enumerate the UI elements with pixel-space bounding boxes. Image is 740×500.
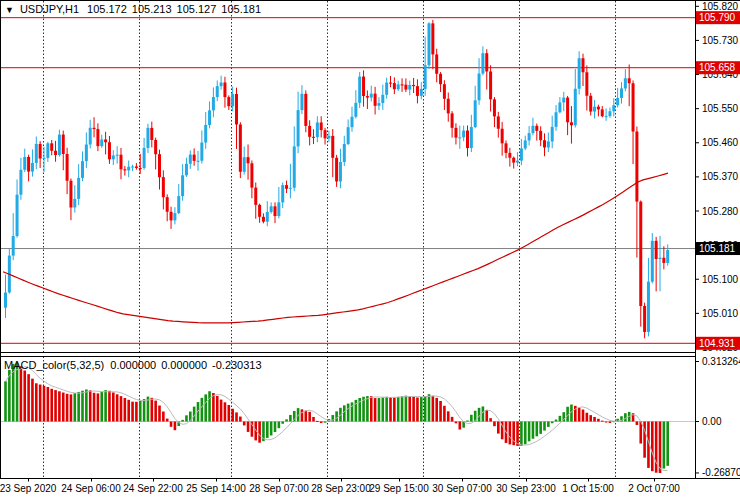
macd-bar xyxy=(89,390,92,421)
macd-bar xyxy=(324,422,327,423)
candle-body xyxy=(454,128,457,138)
macd-bar xyxy=(509,422,512,445)
macd-bar xyxy=(636,422,639,425)
macd-bar xyxy=(100,392,103,421)
candle-body xyxy=(235,94,238,124)
candle-body xyxy=(193,155,196,161)
candle-body xyxy=(520,148,523,160)
candle-body xyxy=(181,175,184,196)
macd-bar xyxy=(81,391,84,422)
candle-body xyxy=(135,166,138,167)
macd-bar xyxy=(378,398,381,421)
candle-body xyxy=(574,89,577,125)
macd-bar xyxy=(532,422,535,439)
macd-bar xyxy=(266,422,269,438)
macd-bar xyxy=(582,410,585,422)
macd-bar xyxy=(589,415,592,421)
candle-body xyxy=(123,169,126,170)
macd-bar xyxy=(224,402,227,421)
candle-body xyxy=(466,131,469,149)
candle-body xyxy=(478,74,481,101)
macd-bar xyxy=(170,422,173,427)
macd-bar xyxy=(539,422,542,434)
candle-body xyxy=(308,126,311,137)
macd-bar xyxy=(343,405,346,421)
candle-body xyxy=(535,126,538,131)
candle-body xyxy=(293,146,296,187)
candle-body xyxy=(39,144,42,159)
candle-body xyxy=(605,116,608,117)
price-tick-label: 105.010 xyxy=(702,308,739,319)
macd-bar xyxy=(43,386,46,422)
candle-body xyxy=(304,94,307,126)
ma-line xyxy=(3,173,668,323)
candle-body xyxy=(93,128,96,129)
candle-body xyxy=(189,155,192,164)
candle-body xyxy=(108,142,111,159)
candle-body xyxy=(16,195,19,236)
macd-bar xyxy=(208,391,211,421)
candle-body xyxy=(662,258,665,263)
candle-body xyxy=(96,129,99,146)
time-axis[interactable]: 23 Sep 202024 Sep 06:0024 Sep 22:0025 Se… xyxy=(0,479,680,494)
candle-body xyxy=(139,168,142,169)
macd-axis[interactable]: 0.3132640.00-0.268706 xyxy=(695,356,740,478)
candle-body xyxy=(589,96,592,112)
candle-body xyxy=(212,97,215,110)
candle-body xyxy=(62,135,65,154)
candle-body xyxy=(297,110,300,146)
candle-body xyxy=(377,103,380,106)
candle-body xyxy=(608,111,611,116)
macd-bar xyxy=(4,381,7,421)
chart-dropdown-arrow-icon[interactable]: ▼ xyxy=(5,5,14,15)
macd-bar xyxy=(285,419,288,421)
macd-bar xyxy=(639,422,642,444)
price-flag-label: 105.790 xyxy=(699,12,736,23)
candle-body xyxy=(197,161,200,162)
macd-bar xyxy=(609,422,612,423)
macd-bar xyxy=(151,398,154,422)
candle-body xyxy=(431,23,434,54)
chart-canvas[interactable]: 105.820105.730105.640105.550105.460105.3… xyxy=(0,0,740,500)
candle-body xyxy=(666,250,669,263)
macd-bar xyxy=(23,371,26,422)
macd-bar xyxy=(228,405,231,421)
candle-body xyxy=(412,85,415,86)
macd-bar xyxy=(93,393,96,422)
candle-body xyxy=(239,124,242,171)
candle-body xyxy=(635,132,638,202)
candle-body xyxy=(397,84,400,89)
candle-body xyxy=(516,161,519,163)
macd-bar xyxy=(143,399,146,421)
candle-body xyxy=(243,157,246,172)
macd-bar xyxy=(489,418,492,421)
macd-bar xyxy=(428,394,431,421)
price-tick-label: 105.550 xyxy=(702,103,739,114)
macd-bar xyxy=(559,416,562,422)
macd-bar xyxy=(666,422,669,466)
candle-body xyxy=(100,139,103,146)
candle-body xyxy=(531,126,534,133)
macd-bar xyxy=(605,422,608,423)
candle-body xyxy=(628,78,631,83)
macd-bar xyxy=(278,422,281,429)
macd-bar xyxy=(66,394,69,422)
macd-bar xyxy=(97,393,100,421)
macd-bar xyxy=(70,394,73,421)
macd-bar xyxy=(405,396,408,422)
candle-body xyxy=(173,213,176,220)
candle-body xyxy=(366,96,369,98)
time-tick-label: 2 Oct 07:00 xyxy=(628,483,680,494)
macd-bar xyxy=(27,374,30,421)
candle-body xyxy=(570,122,573,125)
price-axis[interactable]: 105.820105.730105.640105.550105.460105.3… xyxy=(695,1,739,353)
candle-body xyxy=(85,145,88,162)
symbol-period-label: USDJPY,H1 xyxy=(20,3,79,15)
time-tick-label: 24 Sep 06:00 xyxy=(61,483,121,494)
candle-body xyxy=(347,127,350,144)
candle-body xyxy=(593,107,596,112)
candle-body xyxy=(166,197,169,212)
candle-body xyxy=(200,143,203,161)
macd-bar xyxy=(281,422,284,424)
macd-bar xyxy=(116,394,119,421)
